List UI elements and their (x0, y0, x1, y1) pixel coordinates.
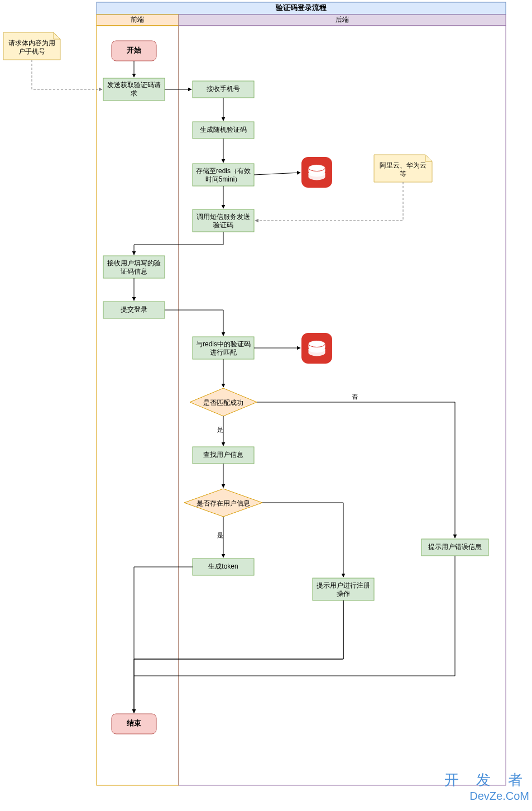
svg-text:是否匹配成功: 是否匹配成功 (203, 399, 243, 407)
svg-text:查找用户信息: 查找用户信息 (203, 451, 243, 459)
edge-label-yes: 是 (217, 532, 223, 538)
svg-text:验证码: 验证码 (213, 221, 233, 229)
svg-text:开始: 开始 (126, 46, 142, 54)
svg-text:求: 求 (131, 89, 137, 97)
redis-icon (301, 333, 332, 364)
edge (257, 402, 455, 538)
flowchart-canvas: 验证码登录流程 前端 后端 请求体内容为用 户手机号 开始 发送获取验证码请 求… (0, 0, 532, 811)
svg-text:结束: 结束 (126, 719, 141, 727)
node-store-redis: 存储至redis（有效 时间5mini） (193, 164, 254, 186)
node-find-user: 查找用户信息 (193, 447, 254, 464)
edge-note-to-send (32, 60, 102, 89)
edge (165, 310, 223, 336)
node-call-sms: 调用短信服务发送 验证码 (193, 209, 254, 232)
svg-text:等: 等 (400, 170, 406, 178)
redis-icon (301, 157, 332, 188)
edge (262, 503, 343, 577)
edge (134, 600, 343, 713)
edge-label-yes: 是 (217, 426, 223, 433)
svg-text:进行匹配: 进行匹配 (210, 349, 237, 356)
node-submit-login: 提交登录 (103, 302, 165, 318)
svg-text:接收用户填写的验: 接收用户填写的验 (107, 259, 161, 267)
note-cloud-providers: 阿里云、华为云 等 (374, 155, 432, 182)
node-generate-code: 生成随机验证码 (193, 122, 254, 139)
svg-text:时间5mini）: 时间5mini） (205, 175, 242, 183)
svg-text:存储至redis（有效: 存储至redis（有效 (196, 167, 251, 175)
edge (137, 600, 343, 659)
svg-text:接收手机号: 接收手机号 (207, 85, 240, 93)
edge-note-to-sms (255, 182, 403, 221)
svg-text:户手机号: 户手机号 (18, 47, 45, 55)
node-end: 结束 (112, 714, 156, 734)
note-request-body: 请求体内容为用 户手机号 (3, 32, 60, 60)
svg-text:阿里云、华为云: 阿里云、华为云 (380, 161, 426, 169)
node-decision-user-exist: 是否存在用户信息 (184, 489, 262, 517)
svg-text:生成token: 生成token (208, 562, 238, 570)
svg-text:提示用户错误信息: 提示用户错误信息 (428, 543, 482, 551)
node-prompt-register: 提示用户进行注册 操作 (313, 578, 374, 600)
svg-text:操作: 操作 (337, 590, 350, 598)
watermark-line2: DevZe.CoM (469, 790, 529, 802)
lane-header: 验证码登录流程 前端 后端 (97, 2, 506, 785)
svg-text:是否存在用户信息: 是否存在用户信息 (196, 499, 250, 507)
node-receive-user-code: 接收用户填写的验 证码信息 (103, 256, 165, 278)
svg-text:与redis中的验证码: 与redis中的验证码 (196, 340, 251, 348)
svg-text:提交登录: 提交登录 (121, 306, 147, 313)
edge (137, 556, 455, 676)
svg-text:生成随机验证码: 生成随机验证码 (200, 126, 247, 133)
edge (254, 173, 300, 175)
node-match-redis: 与redis中的验证码 进行匹配 (193, 337, 254, 359)
lane-frontend-label: 前端 (131, 16, 144, 23)
edge (134, 567, 193, 713)
title-text: 验证码登录流程 (275, 3, 327, 12)
svg-text:证码信息: 证码信息 (121, 268, 147, 275)
svg-text:调用短信服务发送: 调用短信服务发送 (196, 213, 250, 221)
node-start: 开始 (112, 41, 156, 61)
svg-rect-3 (97, 26, 179, 785)
node-prompt-error: 提示用户错误信息 (421, 539, 488, 556)
svg-text:提示用户进行注册: 提示用户进行注册 (317, 581, 370, 589)
node-receive-phone: 接收手机号 (193, 81, 254, 98)
edge-label-no: 否 (352, 393, 358, 400)
svg-text:发送获取验证码请: 发送获取验证码请 (107, 81, 161, 89)
svg-text:请求体内容为用: 请求体内容为用 (8, 39, 55, 47)
node-generate-token: 生成token (193, 559, 254, 575)
watermark-line1: 开 发 者 (444, 771, 529, 788)
node-send-request: 发送获取验证码请 求 (103, 78, 165, 101)
node-decision-match: 是否匹配成功 (190, 388, 257, 416)
lane-backend-label: 后端 (336, 16, 349, 23)
